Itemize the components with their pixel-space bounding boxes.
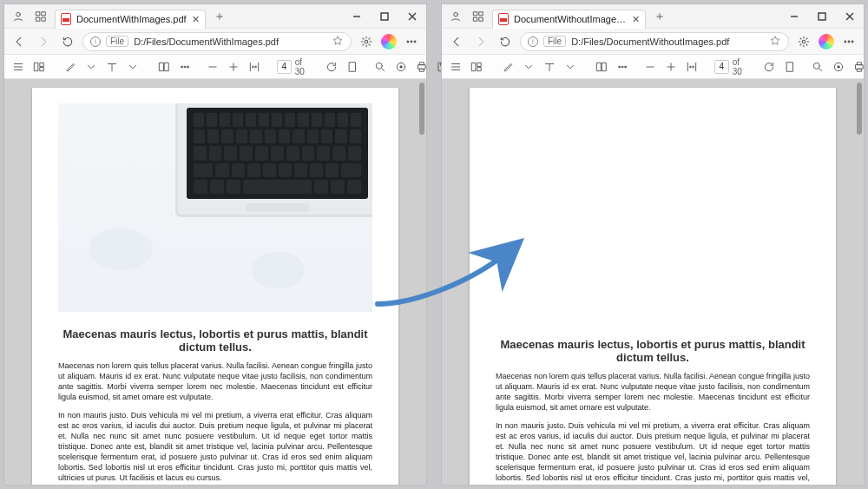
refresh-button[interactable] [58,32,77,51]
svg-rect-4 [42,17,45,21]
back-button[interactable] [447,32,466,51]
svg-rect-34 [819,13,825,20]
minimize-button[interactable] [343,4,371,29]
svg-rect-53 [858,69,862,71]
scrollbar-thumb[interactable] [419,83,424,135]
svg-rect-33 [479,17,483,21]
highlight-icon[interactable] [499,58,516,76]
copilot-icon[interactable] [381,34,397,50]
svg-rect-12 [40,67,43,70]
new-tab-button[interactable]: ＋ [651,9,668,24]
toc-icon[interactable] [10,58,27,76]
favorite-icon[interactable] [332,35,344,49]
page-total-label: of 30 [295,57,309,76]
profile-icon[interactable] [10,8,27,25]
maximize-button[interactable] [808,4,836,29]
page-icon[interactable] [781,58,799,76]
svg-rect-41 [477,67,481,70]
svg-point-35 [802,40,806,43]
zoom-in-icon[interactable] [662,58,680,76]
address-bar: i File D:/Files/DocumentWithoutImages.pd… [442,29,864,55]
text-icon[interactable] [541,58,558,76]
chevron-down-icon[interactable] [562,58,579,76]
two-page-icon[interactable] [155,58,173,76]
doc-heading: Maecenas mauris lectus, lobortis et puru… [496,338,810,364]
menu-icon[interactable] [839,32,858,51]
text-icon[interactable] [103,58,121,76]
rotate-icon[interactable] [760,58,778,76]
chevron-down-icon[interactable] [82,58,100,76]
close-window-button[interactable] [398,4,426,29]
browser-tab[interactable]: DocumentWithImages.pdf ✕ [55,10,206,29]
forward-button[interactable] [471,32,490,51]
close-window-button[interactable] [836,4,864,29]
print-icon[interactable] [851,58,868,76]
svg-rect-22 [418,64,425,69]
page-nav: 4 of 30 [277,57,309,76]
svg-point-9 [414,41,416,43]
site-info-icon[interactable]: i [90,36,101,47]
svg-point-46 [625,66,627,68]
read-aloud-icon[interactable] [392,58,410,76]
svg-rect-30 [474,11,477,15]
pdf-viewer: Maecenas mauris lectus, lobortis et puru… [4,79,426,485]
two-page-icon[interactable] [593,58,610,76]
scrollbar-thumb[interactable] [857,83,862,135]
thumbnail-icon[interactable] [468,58,485,76]
maximize-button[interactable] [371,4,398,29]
url-scheme-label: File [106,36,128,47]
svg-point-7 [407,41,409,43]
back-button[interactable] [10,32,29,51]
menu-icon[interactable] [402,32,421,51]
settings-icon[interactable] [794,32,813,51]
workspace-icon[interactable] [32,8,49,25]
refresh-button[interactable] [496,32,515,51]
tab-label: DocumentWithImages.pdf [76,14,187,24]
fit-width-icon[interactable] [246,58,263,76]
svg-rect-1 [36,11,40,15]
forward-button[interactable] [34,32,53,51]
svg-rect-40 [477,63,481,66]
svg-point-44 [619,66,621,68]
zoom-in-icon[interactable] [225,58,242,76]
thumbnail-icon[interactable] [30,58,48,76]
chevron-down-icon[interactable] [124,58,141,76]
page-input[interactable]: 4 [714,60,729,74]
rotate-icon[interactable] [323,58,340,76]
fit-width-icon[interactable] [683,58,700,76]
more-icon[interactable] [176,58,194,76]
browser-tab[interactable]: DocumentWithoutImages.pdf ✕ [492,10,646,29]
close-tab-icon[interactable]: ✕ [632,14,640,25]
toc-icon[interactable] [447,58,464,76]
zoom-out-icon[interactable] [204,58,221,76]
close-tab-icon[interactable]: ✕ [192,14,200,25]
address-bar: i File D:/Files/DocumentWithImages.pdf [4,29,426,55]
titlebar: DocumentWithoutImages.pdf ✕ ＋ [442,4,864,29]
more-icon[interactable] [614,58,631,76]
new-tab-button[interactable]: ＋ [211,9,228,24]
zoom-out-icon[interactable] [641,58,659,76]
copilot-icon[interactable] [819,34,834,50]
favorite-icon[interactable] [769,35,781,49]
url-box[interactable]: i File D:/Files/DocumentWithImages.pdf [82,32,352,51]
svg-rect-13 [160,63,164,70]
print-icon[interactable] [413,58,431,76]
url-scheme-label: File [543,36,566,47]
workspace-icon[interactable] [470,8,487,25]
profile-icon[interactable] [447,8,464,25]
search-icon[interactable] [809,58,826,76]
url-box[interactable]: i File D:/Files/DocumentWithoutImages.pd… [520,32,789,51]
search-icon[interactable] [372,58,389,76]
settings-icon[interactable] [357,32,376,51]
svg-rect-10 [35,63,38,70]
site-info-icon[interactable]: i [528,36,538,47]
svg-rect-23 [420,62,424,64]
read-aloud-icon[interactable] [830,58,847,76]
page-icon[interactable] [344,58,361,76]
page-input[interactable]: 4 [277,60,292,74]
chevron-down-icon[interactable] [520,58,537,76]
document-image [58,103,372,312]
pdf-page: Maecenas mauris lectus, lobortis et puru… [32,88,398,485]
highlight-icon[interactable] [62,58,79,76]
minimize-button[interactable] [780,4,808,29]
